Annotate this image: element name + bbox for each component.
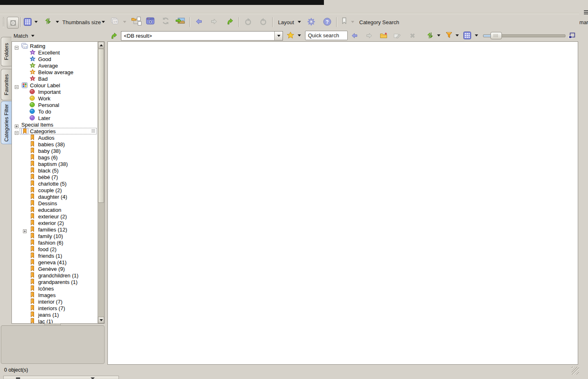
tree-item-label[interactable]: Rating bbox=[30, 43, 46, 49]
tree-item-excellent[interactable]: 5Excellent bbox=[12, 49, 98, 56]
tree-item-label[interactable]: Genève (9) bbox=[38, 266, 65, 272]
tree-item-label[interactable]: bags (6) bbox=[38, 154, 58, 161]
tree-item-grandchildren-1[interactable]: grandchildren (1) bbox=[12, 272, 98, 279]
tree-item-below-average[interactable]: 2Below average bbox=[12, 69, 98, 75]
tree-item-interior-7[interactable]: interior (7) bbox=[12, 298, 98, 305]
window-resize-grip[interactable] bbox=[572, 367, 579, 374]
tree-item-label[interactable]: families (12) bbox=[38, 227, 67, 233]
tree-item-label[interactable]: grandparents (1) bbox=[38, 279, 77, 285]
scroll-down-button[interactable] bbox=[98, 317, 104, 323]
tree-item-label[interactable]: baptism (38) bbox=[38, 161, 68, 167]
tree-item-good[interactable]: 4Good bbox=[12, 56, 98, 62]
tree-item-important[interactable]: Important bbox=[12, 89, 98, 95]
db-up-button[interactable] bbox=[109, 32, 117, 41]
tree-item-label[interactable]: charlotte (5) bbox=[38, 181, 66, 187]
tree-item-label[interactable]: couple (2) bbox=[38, 187, 62, 193]
sidebar-tab-folders[interactable]: Folders bbox=[1, 37, 11, 66]
drag-handle-icon[interactable] bbox=[584, 10, 588, 15]
quick-search-input[interactable]: Quick search bbox=[305, 31, 348, 40]
tree-item-label[interactable]: Below average bbox=[38, 69, 73, 75]
tree-item-label[interactable]: Colour Label bbox=[30, 82, 60, 89]
tree-item-label[interactable]: Excellent bbox=[38, 50, 60, 56]
search-sort-chevron[interactable] bbox=[437, 34, 440, 36]
view-dropdown-chevron[interactable] bbox=[34, 21, 38, 23]
tree-item-couple-2[interactable]: couple (2) bbox=[12, 187, 98, 193]
tree-item-dessins[interactable]: Dessins bbox=[12, 200, 98, 207]
tree-item-exterieur-2[interactable]: exterieur (2) bbox=[12, 213, 98, 220]
tree-item-exterior-2[interactable]: exterior (2) bbox=[12, 220, 98, 226]
tree-item-label[interactable]: Work bbox=[38, 95, 50, 102]
sort-button[interactable] bbox=[44, 17, 52, 27]
tree-item-label[interactable]: interiors (7) bbox=[38, 305, 65, 311]
view-mode-chevron[interactable] bbox=[475, 34, 478, 36]
tree-item-rating[interactable]: 1-5Rating bbox=[12, 43, 98, 49]
tree-item-food-2[interactable]: food (2) bbox=[12, 246, 98, 252]
tree-item-label[interactable]: baby (38) bbox=[38, 148, 61, 154]
tree-item-bags-6[interactable]: bags (6) bbox=[12, 154, 98, 161]
tree-item-daughter-4[interactable]: daughter (4) bbox=[12, 193, 98, 200]
search-back-button[interactable] bbox=[351, 32, 358, 41]
tree-item-average[interactable]: 3Average bbox=[12, 62, 98, 69]
view-mode-button[interactable] bbox=[463, 32, 471, 41]
settings-button[interactable] bbox=[307, 17, 316, 28]
tree-item-label[interactable]: Personal bbox=[38, 102, 59, 108]
tree-item-gen-ve-9[interactable]: Genève (9) bbox=[12, 266, 98, 272]
tree-item-to-do[interactable]: To do bbox=[12, 108, 98, 115]
tree-item-special-items[interactable]: Special Items bbox=[12, 121, 98, 128]
tree-item-label[interactable]: exterior (2) bbox=[38, 220, 64, 226]
saved-search-button[interactable] bbox=[341, 17, 347, 26]
tree-item-label[interactable]: food (2) bbox=[38, 246, 57, 252]
tree-item-categories[interactable]: Categories bbox=[12, 128, 98, 134]
copy-structure-button[interactable] bbox=[131, 16, 141, 27]
tree-item-black-5[interactable]: black (5) bbox=[12, 167, 98, 174]
zoom-slider-handle[interactable] bbox=[490, 32, 502, 39]
tree-item-label[interactable]: family (10) bbox=[38, 233, 63, 239]
sidebar-tab-favorites[interactable]: Favorites bbox=[1, 69, 11, 100]
fullscreen-button[interactable] bbox=[7, 17, 19, 29]
new-folder-button[interactable] bbox=[380, 32, 387, 41]
tree-item-lac-1[interactable]: lac (1) bbox=[12, 318, 98, 323]
tree-item-label[interactable]: Images bbox=[38, 292, 56, 298]
main-content-area[interactable] bbox=[107, 41, 578, 365]
nav-up-button[interactable] bbox=[226, 17, 233, 27]
layout-label[interactable]: Layout bbox=[278, 19, 294, 25]
sidebar-tab-categories-filter[interactable]: Categories Filter bbox=[1, 101, 11, 144]
tree-item-geneva-41[interactable]: geneva (41) bbox=[12, 259, 98, 266]
tree-item-label[interactable]: exterieur (2) bbox=[38, 213, 67, 220]
tree-item-baby-38[interactable]: baby (38) bbox=[12, 148, 98, 154]
match-dropdown-chevron[interactable] bbox=[31, 35, 34, 37]
scrollbar-thumb[interactable] bbox=[98, 49, 104, 203]
filter-dropdown-chevron[interactable] bbox=[456, 34, 459, 36]
tree-item-label[interactable]: bébé (7) bbox=[38, 174, 58, 180]
tree-item-label[interactable]: Good bbox=[38, 56, 51, 62]
sort-dropdown-chevron[interactable] bbox=[56, 21, 59, 23]
nav-back-button[interactable] bbox=[195, 18, 203, 27]
tree-item-label[interactable]: interior (7) bbox=[38, 299, 62, 305]
screenshot-button[interactable] bbox=[146, 17, 155, 27]
tree-item-ic-nes[interactable]: Icônes bbox=[12, 285, 98, 292]
db-result-dropdown-button[interactable] bbox=[274, 32, 283, 40]
tree-item-bad[interactable]: 1Bad bbox=[12, 75, 98, 82]
tree-item-label[interactable]: Bad bbox=[38, 76, 48, 82]
tree-item-label[interactable]: geneva (41) bbox=[38, 259, 66, 266]
tree-item-families-12[interactable]: families (12) bbox=[12, 226, 98, 233]
search-sort-button[interactable] bbox=[426, 32, 434, 41]
tree-item-label[interactable]: lac (1) bbox=[38, 318, 53, 323]
tree-item-label[interactable]: Average bbox=[38, 63, 58, 69]
toolbar-grip[interactable] bbox=[2, 17, 5, 27]
tree-item-baptism-38[interactable]: baptism (38) bbox=[12, 161, 98, 167]
tree-item-label[interactable]: Special Items bbox=[21, 122, 53, 128]
tree-item-label[interactable]: black (5) bbox=[38, 168, 59, 174]
match-label[interactable]: Match bbox=[14, 33, 28, 39]
tree-item-family-10[interactable]: family (10) bbox=[12, 233, 98, 239]
tree-item-jeans-1[interactable]: jeans (1) bbox=[12, 311, 98, 318]
saved-search-chevron[interactable] bbox=[351, 21, 354, 23]
tree-item-label[interactable]: To do bbox=[38, 109, 51, 115]
tree-item-colour-label[interactable]: Colour Label bbox=[12, 82, 98, 89]
scroll-up-button[interactable] bbox=[98, 42, 104, 48]
tree-item-grandparents-1[interactable]: grandparents (1) bbox=[12, 279, 98, 285]
filter-button[interactable] bbox=[445, 32, 453, 41]
thumbnails-size-label[interactable]: Thumbnails size bbox=[62, 19, 101, 25]
tree-item-label[interactable]: Later bbox=[38, 115, 50, 121]
favorites-button[interactable] bbox=[287, 32, 294, 41]
